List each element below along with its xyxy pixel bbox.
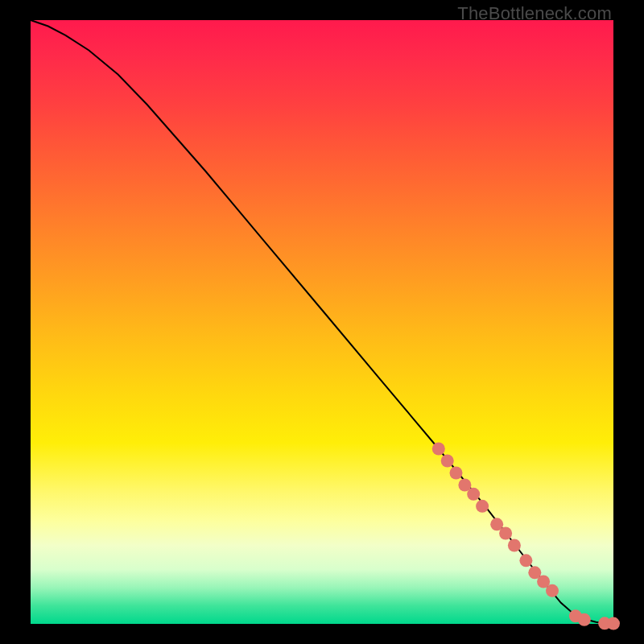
data-point xyxy=(546,584,559,597)
highlight-dots xyxy=(432,443,620,630)
plot-area xyxy=(31,20,613,624)
data-point xyxy=(467,488,480,501)
chart-frame: TheBottleneck.com xyxy=(0,0,644,644)
data-point xyxy=(441,455,454,468)
data-point xyxy=(607,617,620,630)
data-point xyxy=(499,527,512,540)
data-point xyxy=(578,613,591,626)
data-point xyxy=(450,467,463,480)
data-point xyxy=(432,443,445,456)
main-curve xyxy=(31,20,613,624)
data-point xyxy=(508,539,521,552)
data-point xyxy=(476,500,489,513)
data-point xyxy=(519,554,532,567)
curve-svg xyxy=(31,20,613,624)
